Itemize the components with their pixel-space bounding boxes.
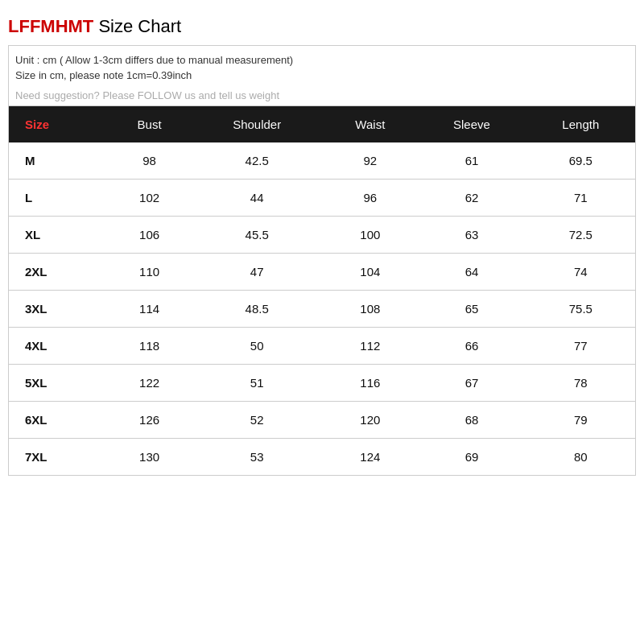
table-header-row: Size Bust Shoulder Waist Sleeve Length (9, 106, 635, 142)
cell-waist: 124 (323, 439, 417, 476)
cell-waist: 116 (323, 365, 417, 402)
cell-shoulder: 44 (191, 180, 323, 217)
brand-name: LFFMHMT (8, 16, 93, 36)
cell-bust: 130 (108, 439, 191, 476)
title-section: LFFMHMT Size Chart (8, 16, 636, 45)
cell-sleeve: 64 (417, 254, 526, 291)
table-row: 4XL118501126677 (9, 328, 635, 365)
cell-length: 79 (526, 402, 635, 439)
table-row: M9842.5926169.5 (9, 142, 635, 180)
table-body: M9842.5926169.5L10244966271XL10645.51006… (9, 142, 635, 475)
cell-bust: 98 (108, 142, 191, 180)
suggestion-info: Need suggestion? Please FOLLOW us and te… (15, 89, 629, 101)
cell-sleeve: 66 (417, 328, 526, 365)
page-title: LFFMHMT Size Chart (8, 16, 636, 37)
page-container: LFFMHMT Size Chart Unit : cm ( Allow 1-3… (0, 0, 644, 644)
cell-size: 6XL (9, 402, 108, 439)
cell-length: 72.5 (526, 217, 635, 254)
cell-bust: 126 (108, 402, 191, 439)
col-header-waist: Waist (323, 106, 417, 142)
cell-size: 7XL (9, 439, 108, 476)
cell-length: 77 (526, 328, 635, 365)
cell-shoulder: 51 (191, 365, 323, 402)
cell-bust: 106 (108, 217, 191, 254)
size-table: Size Bust Shoulder Waist Sleeve Length M… (9, 106, 635, 475)
table-row: 5XL122511166778 (9, 365, 635, 402)
col-header-length: Length (526, 106, 635, 142)
col-header-sleeve: Sleeve (417, 106, 526, 142)
cell-sleeve: 67 (417, 365, 526, 402)
cell-waist: 112 (323, 328, 417, 365)
cell-shoulder: 42.5 (191, 142, 323, 180)
col-header-shoulder: Shoulder (191, 106, 323, 142)
cell-bust: 102 (108, 180, 191, 217)
table-row: 7XL130531246980 (9, 439, 635, 476)
cell-bust: 122 (108, 365, 191, 402)
table-row: XL10645.51006372.5 (9, 217, 635, 254)
cell-shoulder: 48.5 (191, 291, 323, 328)
cell-size: M (9, 142, 108, 180)
cell-length: 71 (526, 180, 635, 217)
cell-bust: 110 (108, 254, 191, 291)
cell-length: 69.5 (526, 142, 635, 180)
col-header-bust: Bust (108, 106, 191, 142)
cell-size: L (9, 180, 108, 217)
cell-bust: 114 (108, 291, 191, 328)
cell-length: 74 (526, 254, 635, 291)
size-info: Size in cm, please note 1cm=0.39inch (15, 69, 629, 81)
cell-shoulder: 50 (191, 328, 323, 365)
title-rest: Size Chart (93, 16, 181, 36)
col-header-size: Size (9, 106, 108, 142)
cell-shoulder: 53 (191, 439, 323, 476)
cell-size: 4XL (9, 328, 108, 365)
cell-waist: 96 (323, 180, 417, 217)
cell-waist: 92 (323, 142, 417, 180)
cell-sleeve: 65 (417, 291, 526, 328)
cell-shoulder: 45.5 (191, 217, 323, 254)
cell-sleeve: 61 (417, 142, 526, 180)
unit-info: Unit : cm ( Allow 1-3cm differs due to m… (15, 54, 629, 66)
cell-size: 5XL (9, 365, 108, 402)
cell-length: 78 (526, 365, 635, 402)
table-row: 6XL126521206879 (9, 402, 635, 439)
cell-size: 2XL (9, 254, 108, 291)
cell-length: 80 (526, 439, 635, 476)
cell-waist: 108 (323, 291, 417, 328)
cell-length: 75.5 (526, 291, 635, 328)
table-row: 2XL110471046474 (9, 254, 635, 291)
cell-waist: 120 (323, 402, 417, 439)
cell-sleeve: 69 (417, 439, 526, 476)
cell-waist: 100 (323, 217, 417, 254)
cell-sleeve: 62 (417, 180, 526, 217)
info-box: Unit : cm ( Allow 1-3cm differs due to m… (8, 45, 636, 105)
cell-shoulder: 47 (191, 254, 323, 291)
size-table-wrapper: Size Bust Shoulder Waist Sleeve Length M… (8, 105, 636, 476)
cell-sleeve: 63 (417, 217, 526, 254)
cell-shoulder: 52 (191, 402, 323, 439)
cell-sleeve: 68 (417, 402, 526, 439)
cell-size: 3XL (9, 291, 108, 328)
table-row: L10244966271 (9, 180, 635, 217)
table-row: 3XL11448.51086575.5 (9, 291, 635, 328)
cell-size: XL (9, 217, 108, 254)
cell-bust: 118 (108, 328, 191, 365)
cell-waist: 104 (323, 254, 417, 291)
